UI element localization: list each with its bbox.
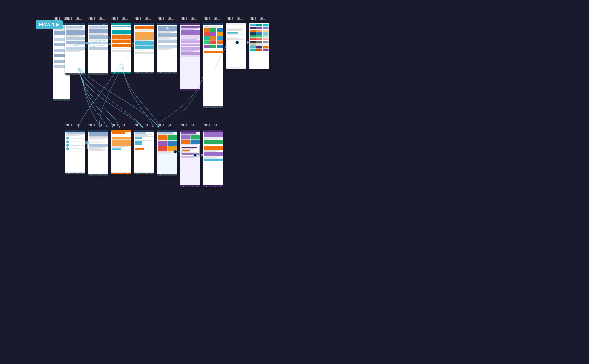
screen-s4-title: NBT | St... bbox=[111, 17, 128, 21]
screen-s7-title: NBT | St... bbox=[180, 17, 197, 21]
screen-s2-title: NBT | St... bbox=[65, 17, 82, 21]
screen-s5[interactable] bbox=[134, 23, 154, 73]
screen-s10[interactable] bbox=[249, 23, 269, 69]
screen-s2[interactable] bbox=[65, 23, 85, 75]
screen-s6[interactable] bbox=[157, 23, 177, 73]
screen-s8[interactable] bbox=[203, 23, 223, 108]
screen-b4-title: NBT | St... bbox=[134, 123, 151, 127]
screen-b4[interactable] bbox=[134, 130, 154, 174]
screen-s5-title: NBT | St... bbox=[134, 17, 151, 21]
canvas: Flow 1 ▶ ··· bbox=[0, 0, 589, 364]
screen-b2-title: NBT | St... bbox=[88, 123, 105, 127]
screen-s9-title: NBT | St... bbox=[226, 17, 243, 21]
screen-b1-title: NBT | St... bbox=[65, 123, 82, 127]
screen-b6[interactable] bbox=[180, 130, 200, 187]
flow-label[interactable]: Flow 1 ▶ bbox=[36, 20, 63, 29]
screen-b6-title: NBT | St... bbox=[180, 123, 197, 127]
flow-play-icon: ▶ bbox=[56, 22, 60, 27]
screen-b7[interactable] bbox=[203, 130, 223, 187]
screen-s7[interactable] bbox=[180, 23, 200, 91]
screen-b1[interactable] bbox=[65, 130, 85, 174]
screen-s6-title: NBT | St... bbox=[157, 17, 174, 21]
screen-s4[interactable] bbox=[111, 23, 131, 73]
screen-s3[interactable] bbox=[88, 23, 108, 75]
screen-s8-title: NBT | St... bbox=[203, 17, 220, 21]
flow-options-dots[interactable]: ··· bbox=[103, 22, 107, 27]
screen-b5[interactable] bbox=[157, 130, 177, 176]
screen-s9[interactable] bbox=[226, 23, 246, 69]
screen-s10-title: NBT | St... bbox=[249, 17, 266, 21]
screen-s3-title: NBT | St... bbox=[88, 17, 105, 21]
screen-b5-title: NBT | St... bbox=[157, 123, 174, 127]
screen-b3[interactable] bbox=[111, 130, 131, 174]
screen-b2[interactable] bbox=[88, 130, 108, 176]
flow-label-text: Flow 1 bbox=[39, 22, 54, 28]
screen-b3-title: NBT | St... bbox=[111, 123, 128, 127]
screen-b7-title: NBT | St... bbox=[203, 123, 220, 127]
